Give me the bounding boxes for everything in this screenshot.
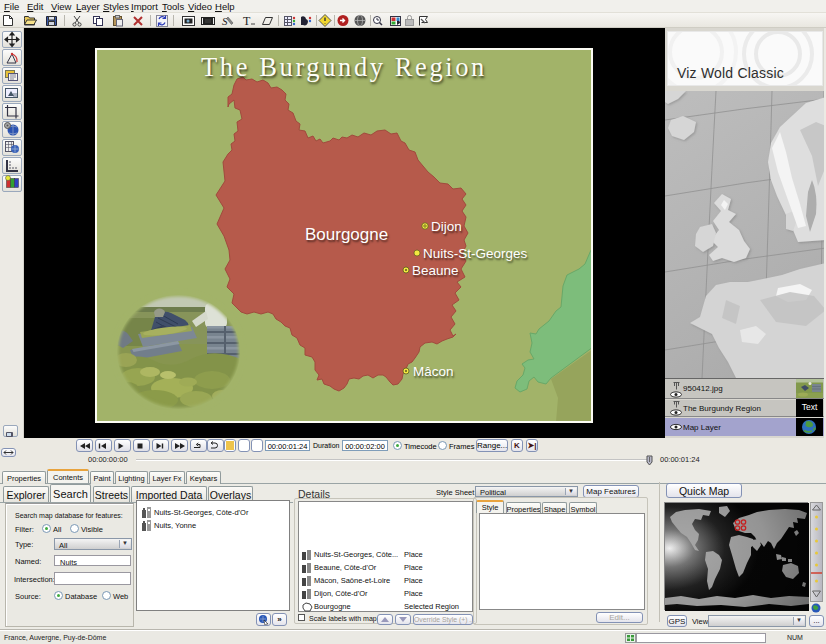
svg-text:Mâcon: Mâcon xyxy=(413,364,454,379)
svg-text:Nuits-St-Georges: Nuits-St-Georges xyxy=(423,246,528,261)
svg-text:T: T xyxy=(243,14,251,28)
svg-text:Dijon: Dijon xyxy=(431,219,462,234)
svg-text:Beaune: Beaune xyxy=(412,263,459,278)
svg-text:Bourgogne: Bourgogne xyxy=(305,225,388,244)
svg-text:S: S xyxy=(222,15,228,27)
svg-text:The Burgundy Region: The Burgundy Region xyxy=(201,52,487,82)
